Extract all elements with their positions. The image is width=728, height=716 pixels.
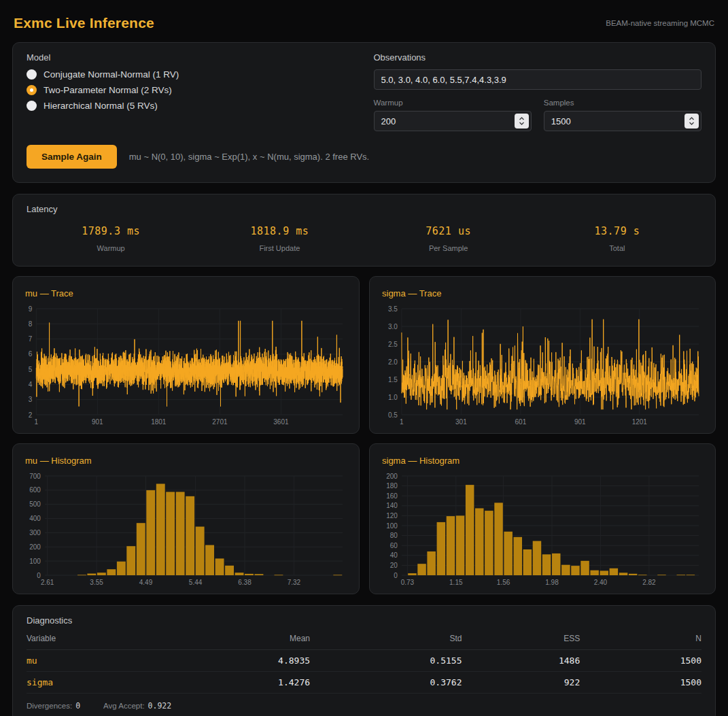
cell-mean: 4.8935 — [162, 655, 310, 666]
table-row: sigma 1.4276 0.3762 922 1500 — [27, 672, 701, 694]
radio-hierarchical-normal[interactable]: Hierarchical Normal (5 RVs) — [27, 101, 355, 111]
page-title: Exmc Live Inference — [14, 15, 154, 31]
svg-text:140: 140 — [386, 502, 398, 509]
svg-text:2.61: 2.61 — [41, 579, 54, 586]
chevron-up-down-icon — [519, 116, 525, 126]
latency-panel: Latency 1789.3 ms Warmup 1818.9 ms First… — [12, 194, 716, 267]
metric-total: 13.79 s Total — [533, 225, 701, 252]
radio-two-parameter-normal[interactable]: Two-Parameter Normal (2 RVs) — [27, 85, 355, 95]
svg-text:8: 8 — [29, 320, 33, 328]
svg-text:3601: 3601 — [273, 418, 289, 426]
svg-text:40: 40 — [390, 551, 398, 559]
model-options-group: Model Conjugate Normal-Normal (1 RV) Two… — [27, 52, 355, 131]
svg-text:700: 700 — [29, 473, 41, 480]
svg-text:5.44: 5.44 — [189, 579, 203, 586]
cell-n: 1500 — [580, 677, 701, 687]
chart-svg: 234567891901180127013601 — [25, 305, 347, 426]
model-label: Model — [27, 52, 355, 63]
svg-text:1.5: 1.5 — [388, 376, 398, 383]
samples-field: Samples — [544, 99, 701, 131]
metric-value: 1789.3 ms — [27, 225, 195, 237]
divergences-label: Divergences: — [27, 702, 72, 710]
metric-label: Warmup — [27, 244, 195, 252]
mu-histogram-plot: 01002003004005006007002.613.554.495.446.… — [25, 473, 347, 587]
svg-text:6: 6 — [29, 350, 33, 358]
svg-text:60: 60 — [390, 542, 398, 549]
table-row: mu 4.8935 0.5155 1486 1500 — [27, 650, 701, 672]
header-subtitle: BEAM-native streaming MCMC — [606, 19, 714, 27]
samples-stepper[interactable] — [684, 114, 699, 129]
col-std: Std — [310, 634, 462, 643]
svg-text:9: 9 — [29, 305, 33, 313]
radio-selected-icon[interactable] — [27, 85, 37, 95]
mu-histogram-panel: mu — Histogram 01002003004005006007002.6… — [12, 443, 360, 594]
chart-title: sigma — Histogram — [382, 456, 703, 466]
svg-text:1.0: 1.0 — [388, 394, 398, 401]
cell-mean: 1.4276 — [162, 677, 310, 687]
variable-name: sigma — [27, 677, 162, 687]
chart-svg: 01002003004005006007002.613.554.495.446.… — [25, 473, 347, 587]
col-variable: Variable — [27, 634, 162, 643]
svg-text:1201: 1201 — [632, 418, 648, 426]
cell-ess: 1486 — [462, 655, 580, 666]
radio-icon[interactable] — [27, 101, 37, 111]
radio-icon[interactable] — [27, 69, 37, 80]
table-header: Variable Mean Std ESS N — [27, 627, 701, 650]
svg-text:0.73: 0.73 — [401, 579, 415, 586]
col-n: N — [580, 634, 701, 643]
svg-text:3.0: 3.0 — [388, 323, 398, 330]
chart-svg: 0.51.01.52.02.53.03.513016019011201 — [382, 305, 703, 426]
chevron-up-down-icon — [689, 116, 695, 126]
svg-text:7.32: 7.32 — [288, 579, 301, 586]
avg-accept-stat: Avg Accept:0.922 — [103, 701, 171, 711]
mu-trace-plot: 234567891901180127013601 — [25, 305, 347, 426]
svg-text:1.98: 1.98 — [545, 579, 559, 586]
svg-text:300: 300 — [29, 529, 41, 536]
svg-text:0: 0 — [37, 572, 41, 579]
svg-text:600: 600 — [29, 486, 41, 494]
metric-label: First Update — [195, 244, 364, 252]
warmup-input[interactable] — [374, 111, 532, 131]
diagnostics-label: Diagnostics — [27, 615, 701, 626]
chart-title: mu — Trace — [25, 288, 347, 299]
svg-text:0.5: 0.5 — [388, 411, 398, 419]
svg-text:1801: 1801 — [151, 418, 167, 426]
diagnostics-footer: Divergences:0 Avg Accept:0.922 — [27, 701, 701, 711]
observations-input[interactable] — [374, 69, 702, 90]
cell-std: 0.5155 — [310, 655, 462, 666]
latency-label: Latency — [27, 204, 701, 214]
svg-text:7: 7 — [29, 335, 33, 343]
svg-text:2.40: 2.40 — [594, 579, 608, 586]
metric-per-sample: 7621 us Per Sample — [364, 225, 533, 252]
radio-label: Conjugate Normal-Normal (1 RV) — [44, 69, 179, 80]
radio-conjugate-normal[interactable]: Conjugate Normal-Normal (1 RV) — [27, 69, 355, 80]
svg-text:901: 901 — [92, 418, 103, 426]
sigma-trace-plot: 0.51.01.52.02.53.03.513016019011201 — [382, 305, 703, 426]
metric-warmup: 1789.3 ms Warmup — [27, 225, 195, 252]
charts-grid: mu — Trace 234567891901180127013601 sigm… — [12, 276, 716, 594]
svg-text:901: 901 — [574, 418, 586, 426]
page: Exmc Live Inference BEAM-native streamin… — [0, 0, 728, 716]
model-description: mu ~ N(0, 10), sigma ~ Exp(1), x ~ N(mu,… — [129, 152, 369, 162]
metric-value: 1818.9 ms — [195, 225, 364, 237]
model-inputs-group: Observations Warmup — [374, 52, 702, 131]
radio-label: Two-Parameter Normal (2 RVs) — [44, 85, 172, 95]
svg-text:180: 180 — [386, 482, 398, 490]
svg-text:301: 301 — [455, 418, 467, 426]
avg-accept-value: 0.922 — [148, 701, 172, 711]
samples-input[interactable] — [544, 111, 701, 131]
svg-text:3.5: 3.5 — [388, 305, 398, 313]
svg-text:100: 100 — [29, 558, 41, 565]
model-panel: Model Conjugate Normal-Normal (1 RV) Two… — [12, 42, 716, 183]
diagnostics-panel: Diagnostics Variable Mean Std ESS N mu 4… — [12, 605, 716, 716]
sample-again-button[interactable]: Sample Again — [27, 145, 117, 169]
warmup-label: Warmup — [374, 99, 532, 107]
sigma-histogram-panel: sigma — Histogram 0204060801001201401601… — [369, 443, 716, 594]
svg-text:1.56: 1.56 — [497, 579, 510, 586]
sigma-histogram-plot: 0204060801001201401601802000.731.151.561… — [382, 473, 703, 587]
metric-value: 13.79 s — [533, 225, 701, 237]
svg-text:4: 4 — [29, 381, 33, 388]
warmup-stepper[interactable] — [515, 114, 529, 129]
svg-text:1: 1 — [400, 418, 404, 426]
metric-value: 7621 us — [364, 225, 533, 237]
